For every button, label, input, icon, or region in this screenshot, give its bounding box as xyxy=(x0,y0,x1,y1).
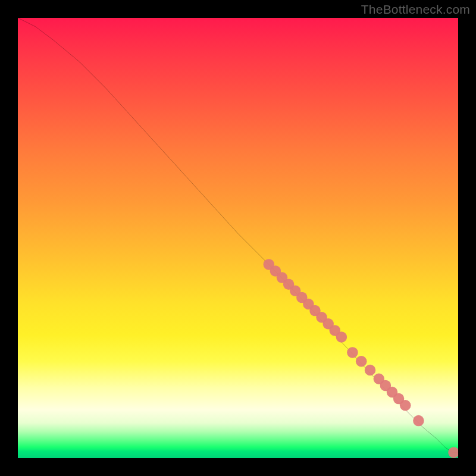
plot-area xyxy=(18,18,458,458)
scatter-markers xyxy=(264,259,458,458)
chart-frame: TheBottleneck.com xyxy=(0,0,476,476)
scatter-point xyxy=(336,331,347,343)
scatter-point xyxy=(356,356,367,367)
scatter-point xyxy=(448,447,458,458)
scatter-point xyxy=(413,415,424,427)
watermark-text: TheBottleneck.com xyxy=(361,2,470,17)
chart-svg xyxy=(18,18,458,458)
scatter-point xyxy=(347,347,358,358)
scatter-point xyxy=(400,400,411,411)
scatter-point xyxy=(365,365,376,376)
